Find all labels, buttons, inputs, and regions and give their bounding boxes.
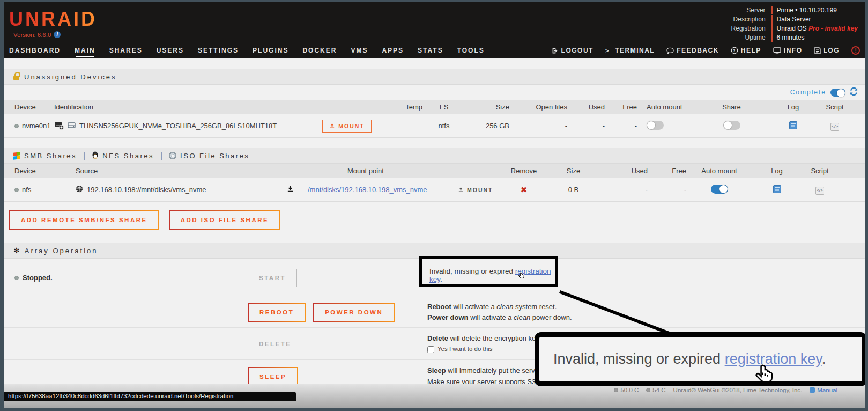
unassigned-table-header: Device Identification Temp FS Size Open … bbox=[4, 100, 865, 114]
device-free: - bbox=[607, 122, 639, 130]
nav-plugins[interactable]: PLUGINS bbox=[253, 47, 288, 54]
description-label: Description bbox=[731, 15, 766, 24]
script-icon[interactable]: </> bbox=[830, 123, 839, 131]
log-button[interactable]: LOG bbox=[814, 47, 840, 54]
device-status-dot bbox=[14, 124, 19, 128]
tab-smb-shares[interactable]: SMB Shares bbox=[13, 152, 77, 160]
nav-apps[interactable]: APPS bbox=[382, 47, 404, 54]
col-device: Device bbox=[4, 103, 52, 111]
nav-shares[interactable]: SHARES bbox=[109, 47, 143, 54]
unraid-window: UNRAID Version: 6.6.0 i Server Prime • 1… bbox=[0, 0, 868, 411]
monitor-icon bbox=[773, 47, 781, 54]
device-identification[interactable]: THNSN5256GPUK_NVMe_TOSHIBA_256GB_86LS10M… bbox=[79, 122, 277, 130]
reboot-button[interactable]: REBOOT bbox=[248, 303, 306, 322]
svg-text:?: ? bbox=[733, 48, 736, 53]
col-remove: Remove bbox=[500, 167, 548, 175]
terminal-button[interactable]: >_ TERMINAL bbox=[605, 47, 655, 54]
mount-button[interactable]: MOUNT bbox=[322, 120, 372, 133]
registration-value: Unraid OS Pro - invalid key bbox=[771, 24, 858, 33]
alert-icon[interactable]: ! bbox=[851, 46, 860, 55]
sleep-button[interactable]: SLEEP bbox=[248, 367, 298, 386]
uptime-label: Uptime bbox=[731, 33, 766, 42]
col-open-files: Open files bbox=[511, 103, 569, 111]
device-size: 256 GB bbox=[463, 122, 511, 130]
terminal-icon: >_ bbox=[605, 47, 612, 54]
tab-nfs-shares[interactable]: NFS Shares bbox=[92, 151, 154, 160]
col-fs: FS bbox=[425, 103, 463, 111]
version-info-icon[interactable]: i bbox=[54, 31, 61, 38]
col-auto-mount: Auto mount bbox=[639, 103, 695, 111]
log-icon[interactable] bbox=[789, 121, 797, 129]
share-log-icon[interactable] bbox=[773, 185, 781, 193]
col-script: Script bbox=[819, 103, 851, 111]
nav-dashboard[interactable]: DASHBOARD bbox=[9, 47, 61, 54]
power-down-button[interactable]: POWER DOWN bbox=[313, 303, 395, 322]
feedback-button[interactable]: FEEDBACK bbox=[666, 47, 719, 54]
windows-icon bbox=[13, 152, 20, 159]
delete-confirm-checkbox[interactable] bbox=[427, 346, 434, 353]
download-icon[interactable] bbox=[287, 185, 294, 194]
logout-button[interactable]: LOGOUT bbox=[552, 47, 593, 54]
share-size: 0 B bbox=[548, 186, 599, 194]
share-script-icon[interactable]: </> bbox=[815, 187, 824, 195]
start-button[interactable]: START bbox=[248, 269, 297, 287]
share-free: - bbox=[650, 186, 688, 194]
help-icon: ? bbox=[731, 47, 738, 54]
globe-icon bbox=[76, 185, 83, 194]
mouse-cursor bbox=[517, 271, 525, 282]
col-size: Size bbox=[463, 103, 511, 111]
col-log: Log bbox=[768, 103, 819, 111]
nav-stats[interactable]: STATS bbox=[418, 47, 443, 54]
statusbar-url-tooltip: https://f75638aa12fb340c8dcdd63d6f1ffd73… bbox=[4, 392, 296, 401]
nav-docker[interactable]: DOCKER bbox=[302, 47, 337, 54]
complete-toggle[interactable] bbox=[830, 89, 845, 97]
version-label: Version: 6.6.0 i bbox=[13, 31, 61, 38]
temp-dot-icon bbox=[614, 388, 618, 392]
add-iso-file-share-button[interactable]: ADD ISO FILE SHARE bbox=[169, 210, 280, 230]
hdd-add-icon[interactable] bbox=[54, 121, 64, 131]
tux-icon bbox=[92, 151, 99, 160]
server-value: Prime • 10.10.20.199 bbox=[771, 6, 858, 14]
col-used: Used bbox=[599, 167, 650, 175]
nav-vms[interactable]: VMS bbox=[351, 47, 368, 54]
footer-copyright: Unraid® WebGui ©2018, Lime Technology, I… bbox=[673, 387, 803, 393]
delete-button[interactable]: DELETE bbox=[248, 335, 302, 353]
share-mount-button[interactable]: MOUNT bbox=[451, 184, 500, 196]
share-auto-mount-toggle[interactable] bbox=[711, 185, 728, 194]
col-used: Used bbox=[569, 103, 607, 111]
nav-tools[interactable]: TOOLS bbox=[457, 47, 485, 54]
share-status-dot bbox=[14, 188, 19, 192]
remove-share-button[interactable]: ✖ bbox=[521, 185, 528, 194]
col-log: Log bbox=[750, 167, 804, 175]
zoom-callout: Invalid, missing or expired registration… bbox=[535, 332, 867, 386]
uptime-value: 6 minutes bbox=[771, 33, 858, 42]
nav-users[interactable]: USERS bbox=[157, 47, 184, 54]
array-status-dot bbox=[14, 276, 19, 280]
help-button[interactable]: ? HELP bbox=[731, 47, 761, 54]
manual-link[interactable]: Manual bbox=[810, 387, 837, 393]
mouse-cursor-zoomed bbox=[753, 363, 776, 391]
device-name: nvme0n1 bbox=[22, 122, 50, 130]
auto-mount-toggle[interactable] bbox=[647, 121, 664, 130]
shares-section-header: SMB Shares | NFS Shares | ISO File Share… bbox=[4, 148, 865, 164]
description-value: Data Server bbox=[771, 15, 858, 24]
col-free: Free bbox=[607, 103, 639, 111]
col-mount-point: Mount point bbox=[283, 167, 449, 175]
registration-label: Registration bbox=[731, 24, 766, 33]
nav-left: DASHBOARD MAIN SHARES USERS SETTINGS PLU… bbox=[9, 47, 485, 54]
nav-main[interactable]: MAIN bbox=[75, 47, 95, 54]
info-button[interactable]: INFO bbox=[773, 47, 803, 54]
tab-iso-file-shares[interactable]: ISO File Shares bbox=[169, 152, 249, 160]
unraid-logo: UNRAID bbox=[9, 8, 97, 31]
device-fs: ntfs bbox=[425, 122, 463, 130]
mount-point-link[interactable]: /mnt/disks/192.168.10.198_vms_nvme bbox=[308, 186, 427, 194]
refresh-icon[interactable] bbox=[850, 87, 858, 98]
registration-message-highlight: Invalid, missing or expired registration… bbox=[419, 256, 558, 287]
temp-dot-icon bbox=[646, 388, 650, 392]
tab-separator: | bbox=[83, 151, 85, 160]
share-toggle[interactable] bbox=[723, 121, 740, 130]
drive-tray-icon[interactable] bbox=[68, 122, 76, 130]
nav-settings[interactable]: SETTINGS bbox=[198, 47, 239, 54]
disc-icon bbox=[169, 152, 176, 159]
add-remote-smb-nfs-share-button[interactable]: ADD REMOTE SMB/NFS SHARE bbox=[9, 210, 159, 230]
